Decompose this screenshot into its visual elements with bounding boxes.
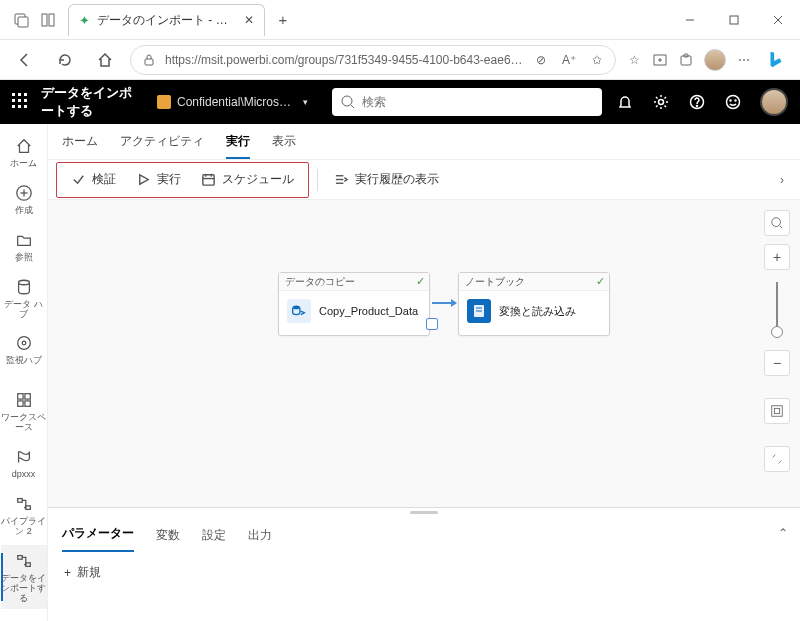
rail-monitor[interactable]: 監視ハブ [1,327,47,372]
svg-point-48 [772,218,781,227]
zoom-collapse-button[interactable] [764,446,790,472]
svg-line-49 [780,226,783,229]
activity-name: Copy_Product_Data [319,305,418,317]
app-launcher-button[interactable] [12,93,27,111]
svg-rect-32 [17,499,22,503]
extensions-icon[interactable] [678,52,694,68]
ribbon-overflow-button[interactable]: › [770,173,794,187]
activity-node-notebook[interactable]: ノートブック✓ 変換と読み込み [458,272,610,336]
schedule-button[interactable]: スケジュール [191,164,304,196]
tab-activity[interactable]: アクティビティ [120,133,204,159]
collections-icon[interactable] [652,52,668,68]
maximize-window-button[interactable] [712,4,756,36]
zoom-fit-button[interactable] [764,398,790,424]
svg-rect-2 [42,14,47,26]
home-button[interactable] [90,45,120,75]
status-success-icon: ✓ [596,275,605,288]
svg-point-27 [22,342,26,346]
connector-output-badge[interactable] [426,318,438,330]
help-icon[interactable] [688,93,706,111]
tab-run[interactable]: 実行 [226,133,250,159]
rail-create[interactable]: 作成 [1,177,47,222]
notifications-icon[interactable] [616,93,634,111]
add-parameter-button[interactable]: +新規 [64,564,101,581]
svg-marker-36 [140,175,148,184]
bing-chat-button[interactable] [762,46,790,74]
favorite-icon[interactable]: ✩ [589,52,605,68]
svg-rect-29 [24,394,29,399]
refresh-button[interactable] [50,45,80,75]
zoom-in-button[interactable]: + [764,244,790,270]
bottom-tab-variables[interactable]: 変数 [156,527,180,552]
zoom-slider-thumb[interactable] [771,326,783,338]
view-run-history-button[interactable]: 実行履歴の表示 [324,164,449,196]
browser-tab[interactable]: ✦ データのインポート - データ ファクトリ ✕ [68,4,265,36]
bottom-tab-parameters[interactable]: パラメーター [62,525,134,552]
status-success-icon: ✓ [416,275,425,288]
properties-panel: パラメーター 変数 設定 出力 ⌃ +新規 [48,507,800,621]
sensitivity-label[interactable]: Confidential\Microsoft ... ▾ [157,95,308,109]
svg-rect-5 [730,16,738,24]
address-bar[interactable]: https://msit.powerbi.com/groups/731f5349… [130,45,616,75]
workspaces-icon[interactable] [40,12,56,28]
copy-data-icon [287,299,311,323]
ribbon-run-group: 検証 実行 スケジュール [56,162,309,198]
minimize-window-button[interactable] [668,4,712,36]
feedback-smiley-icon[interactable] [724,93,742,111]
rail-import-data[interactable]: データをインポートする [1,545,47,610]
bottom-tab-settings[interactable]: 設定 [202,527,226,552]
rail-data-factory[interactable]: ✦データ ファクトリ [1,611,47,621]
url-bar: https://msit.powerbi.com/groups/731f5349… [0,40,800,80]
panel-collapse-button[interactable]: ⌃ [778,526,788,540]
rail-dpxxx[interactable]: dpxxx [1,441,47,486]
back-button[interactable] [10,45,40,75]
zoom-search-button[interactable] [764,210,790,236]
svg-point-44 [293,306,300,310]
favorites-bar-icon[interactable]: ☆ [626,52,642,68]
pipeline-canvas[interactable]: データのコピー✓ Copy_Product_Data ノートブック✓ 変換と読み… [48,200,800,507]
read-aloud-icon[interactable]: A⁺ [561,52,577,68]
browser-tab-title: データのインポート - データ ファクトリ [97,12,237,29]
tab-home[interactable]: ホーム [62,133,98,159]
more-menu-button[interactable]: ⋯ [736,52,752,68]
fabric-favicon-icon: ✦ [79,13,90,28]
close-window-button[interactable] [756,4,800,36]
rail-workspace[interactable]: ワークスペース [1,384,47,439]
panel-resize-handle[interactable] [48,508,800,516]
svg-point-21 [735,100,736,101]
close-tab-button[interactable]: ✕ [244,13,254,27]
node-type-label: ノートブック [465,276,525,287]
validate-button[interactable]: 検証 [61,164,126,196]
tab-view[interactable]: 表示 [272,133,296,159]
rail-pipeline2[interactable]: パイプライン 2 [1,488,47,543]
url-text: https://msit.powerbi.com/groups/731f5349… [165,53,525,67]
zoom-out-button[interactable]: − [764,350,790,376]
svg-rect-51 [774,408,779,413]
svg-point-25 [18,280,29,285]
activity-node-copy[interactable]: データのコピー✓ Copy_Product_Data [278,272,430,336]
search-input[interactable] [362,95,594,109]
user-avatar[interactable] [760,88,788,116]
settings-gear-icon[interactable] [652,93,670,111]
zoom-slider[interactable] [776,282,778,338]
browser-profile-avatar[interactable] [704,49,726,71]
svg-rect-50 [772,406,783,417]
rail-home[interactable]: ホーム [1,130,47,175]
svg-point-19 [727,96,740,109]
rail-browse[interactable]: 参照 [1,224,47,269]
new-tab-button[interactable]: + [269,6,297,34]
permissions-icon[interactable]: ⊘ [533,52,549,68]
svg-rect-37 [203,175,214,185]
svg-rect-35 [25,563,30,567]
svg-rect-1 [18,17,28,27]
svg-rect-3 [49,14,54,26]
tabs-overview-icon[interactable] [14,12,30,28]
sensitivity-text: Confidential\Microsoft ... [177,95,297,109]
pipeline-connector[interactable] [432,302,456,304]
search-box[interactable] [332,88,602,116]
svg-rect-34 [17,555,22,559]
rail-datahub[interactable]: データ ハブ [1,271,47,326]
sensitivity-shield-icon [157,95,171,109]
bottom-tab-output[interactable]: 出力 [248,527,272,552]
run-button[interactable]: 実行 [126,164,191,196]
